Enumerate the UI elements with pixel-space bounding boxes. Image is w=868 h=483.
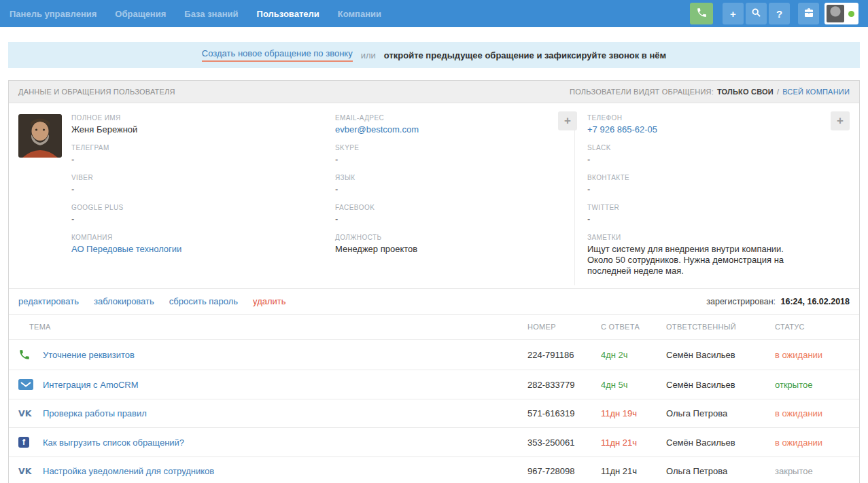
ticket-since-reply: 4дн 5ч [601, 380, 666, 390]
online-status-dot [848, 11, 854, 17]
field-value: Менеджер проектов [335, 244, 574, 255]
tickets-table: ТЕМАНОМЕРС ОТВЕТАОТВЕТСТВЕННЫЙСТАТУС Уто… [9, 314, 859, 483]
user-action-0[interactable]: редактировать [18, 296, 79, 306]
profile-field: VIBER- [71, 174, 335, 195]
profile-field: SKYPE- [335, 144, 574, 165]
column-header-3: ОТВЕТСТВЕННЫЙ [666, 323, 775, 331]
search-button[interactable] [746, 3, 767, 24]
ticket-status: в ожидании [775, 437, 850, 448]
user-action-2[interactable]: сбросить пароль [169, 296, 238, 306]
field-value: - [71, 214, 335, 225]
field-value: - [335, 214, 574, 225]
phone-icon [696, 7, 708, 20]
nav-item-0[interactable]: Панель управления [10, 9, 97, 19]
user-action-1[interactable]: заблокировать [94, 296, 154, 306]
add-email-button[interactable]: + [558, 111, 577, 130]
profile-field: ТЕЛЕФОН+7 926 865-62-05 [587, 114, 809, 135]
column-header-0: ТЕМА [18, 323, 527, 331]
table-header: ТЕМАНОМЕРС ОТВЕТАОТВЕТСТВЕННЫЙСТАТУС [9, 314, 859, 339]
visibility-option-own[interactable]: ТОЛЬКО СВОИ [717, 88, 774, 96]
ticket-since-reply: 4дн 2ч [601, 350, 666, 360]
user-action-3[interactable]: удалить [253, 296, 285, 306]
main-nav: Панель управленияОбращенияБаза знанийПол… [10, 9, 381, 19]
field-value: - [587, 214, 809, 225]
field-value: - [587, 154, 809, 165]
card-title: ДАННЫЕ И ОБРАЩЕНИЯ ПОЛЬЗОВАТЕЛЯ [18, 88, 175, 96]
profile-field: SLACK- [587, 144, 809, 165]
ticket-row: fКак выгрузить список обращений?353-2500… [9, 427, 859, 457]
field-label: ТЕЛЕГРАМ [71, 144, 335, 151]
registered-value: 16:24, 16.02.2018 [781, 297, 850, 306]
user-profile: ПОЛНОЕ ИМЯЖеня БережнойТЕЛЕГРАМ-VIBER-GO… [9, 103, 859, 288]
create-ticket-from-call-link[interactable]: Создать новое обращение по звонку [202, 48, 353, 62]
plus-icon: + [730, 8, 736, 20]
field-label: ВКОНТАКТЕ [587, 174, 809, 181]
field-value: - [71, 154, 335, 165]
field-label: FACEBOOK [335, 204, 574, 211]
ticket-since-reply: 11дн 21ч [601, 466, 666, 476]
top-navigation-bar: Панель управленияОбращенияБаза знанийПол… [0, 0, 868, 27]
profile-field: ТЕЛЕГРАМ- [71, 144, 335, 165]
profile-column-2: EMAIL-АДРЕСevber@bestcom.comSKYPE-ЯЗЫК-F… [335, 114, 574, 285]
user-avatar-small [827, 5, 844, 22]
ticket-subject-link[interactable]: Интеграция с AmoCRM [43, 380, 527, 390]
nav-item-3[interactable]: Пользователи [257, 9, 319, 19]
ticket-row: VKПроверка работы правил571-61631911дн 1… [9, 399, 859, 427]
field-label: SKYPE [335, 144, 574, 151]
nav-item-2[interactable]: База знаний [184, 9, 238, 19]
ticket-subject-link[interactable]: Как выгрузить список обращений? [43, 437, 527, 448]
profile-field: ВКОНТАКТЕ- [587, 174, 809, 195]
banner-or-text: или [361, 50, 376, 60]
ticket-assignee: Семён Васильев [666, 380, 775, 390]
ticket-assignee: Семён Васильев [666, 350, 775, 360]
field-value[interactable]: АО Передовые технологии [71, 244, 335, 255]
ticket-row: Уточнение реквизитов224-7911864дн 2чСемё… [9, 339, 859, 370]
profile-field: ЗАМЕТКИИщут систему для внедрения внутри… [587, 234, 809, 276]
email-icon [18, 379, 43, 390]
ticket-subject-link[interactable]: Уточнение реквизитов [43, 350, 527, 360]
nav-item-1[interactable]: Обращения [115, 9, 166, 19]
field-value[interactable]: +7 926 865-62-05 [587, 124, 809, 135]
profile-field: ЯЗЫК- [335, 174, 574, 195]
column-header-2: С ОТВЕТА [601, 323, 666, 331]
search-icon [751, 7, 761, 20]
column-header-1: НОМЕР [527, 323, 601, 331]
ticket-status: в ожидании [775, 408, 850, 418]
ticket-subject-link[interactable]: Настройка уведомлений для сотрудников [43, 466, 527, 476]
add-phone-button[interactable]: + [831, 111, 850, 130]
field-label: TWITTER [587, 204, 809, 211]
profile-field: EMAIL-АДРЕСevber@bestcom.com [335, 114, 574, 135]
field-label: ЯЗЫК [335, 174, 574, 181]
ticket-number: 571-616319 [527, 408, 601, 418]
profile-field: TWITTER- [587, 204, 809, 225]
field-value: - [335, 184, 574, 195]
add-button[interactable]: + [723, 3, 744, 24]
briefcase-button[interactable] [798, 3, 819, 24]
registered-info: зарегистрирован: 16:24, 16.02.2018 [706, 297, 850, 306]
ticket-number: 353-250061 [527, 437, 601, 448]
vk-icon: VK [18, 466, 43, 476]
field-label: КОМПАНИЯ [71, 234, 335, 241]
field-value[interactable]: evber@bestcom.com [335, 124, 574, 135]
visibility-separator: / [777, 88, 779, 96]
field-label: GOOGLE PLUS [71, 204, 335, 211]
ticket-since-reply: 11дн 21ч [601, 437, 666, 448]
ticket-subject-link[interactable]: Проверка работы правил [43, 408, 527, 418]
help-button[interactable]: ? [769, 3, 790, 24]
field-value: Женя Бережной [71, 124, 335, 135]
phone-call-button[interactable] [690, 3, 713, 24]
table-body: Уточнение реквизитов224-7911864дн 2чСемё… [9, 339, 859, 483]
ticket-number: 967-728098 [527, 466, 601, 476]
nav-item-4[interactable]: Компании [338, 9, 381, 19]
profile-field: КОМПАНИЯАО Передовые технологии [71, 234, 335, 255]
field-label: EMAIL-АДРЕС [335, 114, 574, 122]
user-actions-row: редактироватьзаблокироватьсбросить парол… [9, 288, 859, 314]
field-value: - [335, 154, 574, 165]
field-label: VIBER [71, 174, 335, 181]
user-avatar-large [18, 114, 62, 158]
question-icon: ? [776, 8, 782, 20]
visibility-option-company[interactable]: ВСЕЙ КОМПАНИИ [782, 88, 850, 96]
ticket-number: 224-791186 [527, 350, 601, 360]
account-menu[interactable] [824, 3, 858, 24]
ticket-assignee: Семён Васильев [666, 437, 775, 448]
